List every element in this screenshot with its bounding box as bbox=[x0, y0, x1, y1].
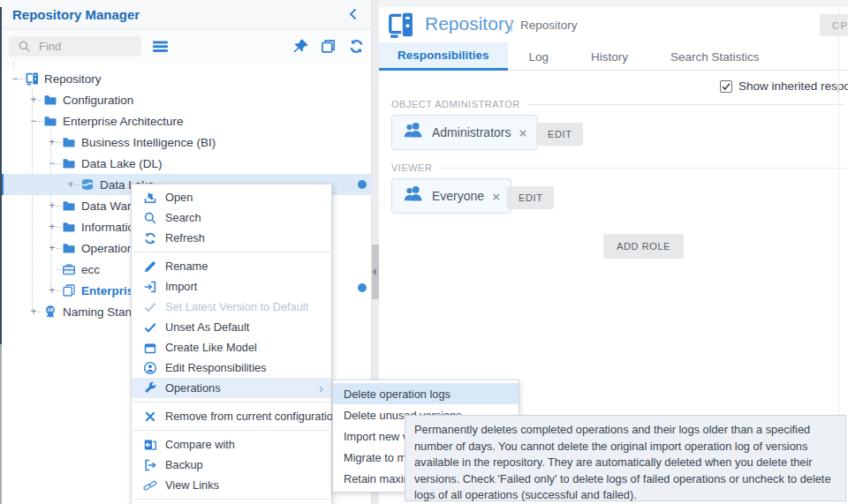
add-role-button[interactable]: ADD ROLE bbox=[603, 234, 684, 259]
operation-tooltip: Permanently deletes completed operations… bbox=[405, 415, 846, 501]
tab-history[interactable]: History bbox=[570, 42, 649, 71]
checkbox-checked-icon[interactable] bbox=[720, 80, 732, 93]
remove-role-icon[interactable]: × bbox=[519, 125, 526, 140]
menu-item-operations[interactable]: Operations› bbox=[132, 378, 331, 398]
submenu-item-delete-operation-logs[interactable]: Delete operation logs bbox=[333, 383, 519, 404]
menu-item-rename[interactable]: Rename bbox=[132, 256, 331, 276]
tree-expander[interactable]: + bbox=[29, 94, 38, 106]
menu-item-label: Create Like Model bbox=[165, 341, 257, 354]
tree-expander[interactable]: + bbox=[29, 305, 38, 318]
menu-item-remove-from-current-configuration[interactable]: Remove from current configuration bbox=[132, 406, 331, 426]
search-placeholder: Find bbox=[39, 40, 61, 53]
object-header: Repository | Repository OPEN bbox=[379, 7, 848, 42]
pin-icon[interactable] bbox=[292, 38, 309, 55]
tab-search-statistics[interactable]: Search Statistics bbox=[649, 42, 781, 71]
refresh-icon[interactable] bbox=[348, 38, 365, 55]
collapse-arrow-icon bbox=[372, 268, 376, 275]
backup-icon bbox=[143, 458, 157, 472]
remove-role-icon[interactable]: × bbox=[492, 189, 500, 204]
menu-item-label: Search bbox=[165, 211, 201, 224]
window-copy-icon bbox=[143, 341, 157, 355]
menu-separator bbox=[132, 499, 330, 500]
role-chip-label: Everyone bbox=[432, 189, 484, 203]
version-indicator-dot bbox=[358, 180, 367, 189]
tree-expander[interactable]: − bbox=[11, 72, 19, 85]
folder-icon bbox=[62, 156, 76, 170]
menu-item-label: Remove from current configuration bbox=[165, 410, 339, 423]
people-icon bbox=[403, 120, 424, 145]
people-icon bbox=[403, 184, 424, 208]
tree-item-data-lake-dl-[interactable]: −Data Lake (DL) bbox=[0, 153, 372, 174]
chevron-left-icon[interactable] bbox=[346, 7, 360, 21]
tree-expander[interactable]: + bbox=[48, 242, 57, 254]
section-label: VIEWER bbox=[391, 162, 432, 173]
menu-item-import[interactable]: Import bbox=[132, 276, 331, 297]
refresh-icon bbox=[143, 231, 157, 245]
search-input[interactable]: Find bbox=[9, 36, 141, 56]
edit-button[interactable]: EDIT bbox=[507, 186, 554, 209]
menu-item-view-links[interactable]: View Links bbox=[132, 475, 331, 495]
repository-icon bbox=[25, 71, 39, 86]
open-button[interactable]: OPEN bbox=[820, 14, 848, 36]
menu-item-unset-as-default[interactable]: Unset As Default bbox=[132, 317, 331, 337]
tree-item-label: Business Intelligence (BI) bbox=[81, 136, 216, 149]
tree-expander[interactable]: − bbox=[48, 157, 57, 169]
menu-item-refresh[interactable]: Refresh bbox=[132, 228, 331, 248]
tree-item-configuration[interactable]: +Configuration bbox=[0, 89, 372, 110]
menu-item-label: View Links bbox=[165, 478, 219, 492]
window-edge bbox=[0, 344, 2, 504]
menu-icon[interactable] bbox=[152, 38, 169, 55]
open-icon bbox=[143, 191, 157, 205]
check-icon bbox=[143, 320, 157, 335]
compare-icon bbox=[143, 438, 157, 452]
tree-item-label: Configuration bbox=[63, 94, 133, 107]
menu-item-label: Open bbox=[165, 191, 193, 204]
windows-icon[interactable] bbox=[320, 38, 337, 55]
tree-item-label: Data Lake (DL) bbox=[81, 157, 163, 170]
edit-button[interactable]: EDIT bbox=[536, 123, 583, 146]
tree-expander[interactable]: + bbox=[48, 136, 57, 148]
datalake-icon bbox=[80, 177, 95, 192]
role-chip-administrators[interactable]: Administrators × bbox=[391, 115, 538, 150]
menu-item-backup[interactable]: Backup bbox=[132, 455, 331, 475]
section-header: OBJECT ADMINISTRATOR bbox=[391, 99, 845, 109]
x-icon bbox=[143, 410, 157, 424]
search-icon bbox=[18, 40, 31, 53]
tree-expander[interactable]: + bbox=[48, 199, 57, 212]
tree-expander[interactable]: + bbox=[48, 284, 57, 297]
search-icon bbox=[143, 211, 157, 225]
application-window: Repository Manager Find −Repository+Conf… bbox=[0, 0, 848, 504]
submenu-arrow-icon: › bbox=[319, 381, 323, 395]
menu-item-open[interactable]: Open bbox=[132, 187, 331, 207]
menu-separator bbox=[132, 402, 330, 402]
menu-item-compare-with[interactable]: Compare with bbox=[132, 434, 331, 455]
tree-item-business-intelligence-bi-[interactable]: +Business Intelligence (BI) bbox=[0, 132, 372, 153]
menu-item-create-like-model[interactable]: Create Like Model bbox=[132, 337, 331, 357]
menu-item-search[interactable]: Search bbox=[132, 207, 331, 228]
briefcase-icon bbox=[62, 262, 76, 276]
tree-expander[interactable]: − bbox=[29, 115, 38, 127]
tree-expander[interactable]: + bbox=[66, 178, 75, 191]
tree-item-repository[interactable]: −Repository bbox=[0, 68, 372, 89]
show-inherited-checkbox[interactable]: Show inherited responsibilities bbox=[720, 79, 848, 93]
folder-icon bbox=[62, 241, 76, 255]
tab-log[interactable]: Log bbox=[508, 42, 571, 71]
menu-item-label: Set Latest Version to Default bbox=[165, 300, 308, 313]
splitter-handle[interactable] bbox=[372, 244, 379, 299]
role-chip-everyone[interactable]: Everyone × bbox=[391, 178, 511, 214]
menu-item-label: Compare with bbox=[165, 438, 235, 451]
menu-separator bbox=[132, 252, 330, 252]
menu-separator bbox=[132, 430, 330, 431]
section-label: OBJECT ADMINISTRATOR bbox=[391, 99, 520, 109]
pencil-icon bbox=[143, 260, 157, 274]
folder-icon bbox=[62, 199, 76, 213]
tree-expander[interactable]: + bbox=[48, 221, 57, 233]
tree-item-label: Repository bbox=[44, 72, 102, 86]
tab-responsibilities[interactable]: Responsibilities bbox=[379, 42, 508, 71]
award-icon: AB bbox=[43, 305, 57, 319]
menu-item-edit-responsibilities[interactable]: Edit Responsibilities bbox=[132, 357, 331, 378]
object-title: Repository bbox=[425, 13, 513, 34]
folder-icon bbox=[62, 220, 76, 234]
panel-title: Repository Manager bbox=[0, 7, 140, 22]
tree-item-enterprise-architecture[interactable]: −Enterprise Architecture bbox=[0, 110, 372, 132]
